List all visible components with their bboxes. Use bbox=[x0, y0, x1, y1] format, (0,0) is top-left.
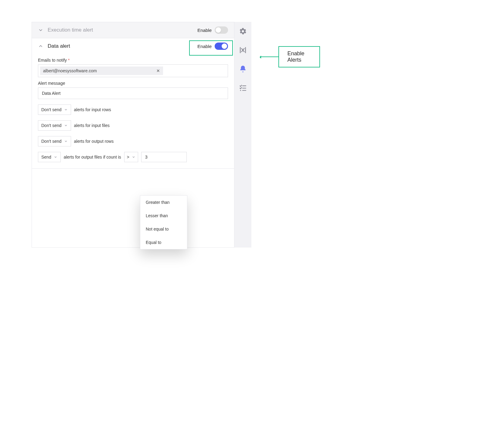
output-files-suffix: alerts for output files if count is bbox=[64, 155, 121, 159]
email-chip-text: albert@noesyssoftware.com bbox=[43, 68, 97, 73]
chevron-up-icon bbox=[38, 43, 43, 49]
input-rows-action-value: Don't send bbox=[41, 107, 62, 112]
alert-message-input[interactable]: Data Alert bbox=[38, 87, 228, 99]
output-files-action-select[interactable]: Send bbox=[38, 152, 61, 162]
alert-message-label: Alert message bbox=[38, 81, 65, 86]
input-rows-suffix: alerts for input rows bbox=[74, 107, 111, 112]
operator-option[interactable]: Not equal to bbox=[140, 222, 187, 236]
input-rows-action-select[interactable]: Don't send bbox=[38, 104, 71, 115]
input-files-action-select[interactable]: Don't send bbox=[38, 120, 71, 131]
data-alert-enable-label: Enable bbox=[197, 44, 212, 49]
right-icon-rail bbox=[234, 22, 251, 248]
annotation-callout: Enable Alerts bbox=[261, 46, 320, 67]
emails-label: Emails to notify bbox=[38, 58, 67, 63]
chevron-down-icon bbox=[64, 139, 68, 143]
output-files-operator-select[interactable]: > bbox=[124, 152, 138, 162]
annotation-arrow bbox=[261, 57, 278, 57]
email-chip: albert@noesyssoftware.com ✕ bbox=[40, 67, 163, 75]
alerts-panel: Execution time alert Enable Data alert E… bbox=[32, 22, 234, 248]
execution-time-alert-header[interactable]: Execution time alert Enable bbox=[32, 22, 234, 38]
output-files-action-value: Send bbox=[41, 155, 51, 159]
annotation-box: Enable Alerts bbox=[278, 46, 320, 67]
chevron-down-icon bbox=[54, 155, 57, 159]
operator-option[interactable]: Lesser than bbox=[140, 209, 187, 222]
execution-time-enable-label: Enable bbox=[197, 28, 212, 33]
chevron-down-icon bbox=[64, 108, 68, 111]
gear-icon[interactable] bbox=[239, 27, 247, 35]
chevron-down-icon bbox=[38, 27, 43, 33]
svg-point-6 bbox=[240, 90, 241, 91]
data-alert-title: Data alert bbox=[48, 43, 70, 49]
remove-chip-icon[interactable]: ✕ bbox=[156, 68, 160, 73]
output-rows-suffix: alerts for output rows bbox=[74, 139, 114, 144]
operator-dropdown: Greater than Lesser than Not equal to Eq… bbox=[140, 195, 187, 249]
operator-option[interactable]: Equal to bbox=[140, 236, 187, 249]
execution-time-enable-toggle[interactable] bbox=[215, 26, 228, 34]
chevron-down-icon bbox=[64, 124, 68, 127]
bell-icon[interactable] bbox=[239, 65, 247, 73]
absolute-x-icon[interactable] bbox=[239, 46, 247, 54]
checklist-icon[interactable] bbox=[239, 84, 247, 92]
input-files-suffix: alerts for input files bbox=[74, 123, 110, 128]
output-files-operator-value: > bbox=[127, 155, 129, 159]
chevron-down-icon bbox=[132, 155, 135, 159]
panel-empty-area bbox=[32, 168, 234, 247]
data-alert-header[interactable]: Data alert Enable bbox=[32, 38, 234, 54]
execution-time-alert-title: Execution time alert bbox=[48, 27, 93, 33]
output-rows-action-value: Don't send bbox=[41, 139, 62, 144]
output-files-count-input[interactable]: 3 bbox=[141, 152, 187, 162]
output-rows-action-select[interactable]: Don't send bbox=[38, 136, 71, 146]
data-alert-enable-toggle[interactable] bbox=[215, 43, 228, 50]
operator-option[interactable]: Greater than bbox=[140, 196, 187, 209]
input-files-action-value: Don't send bbox=[41, 123, 62, 128]
required-mark: * bbox=[68, 58, 70, 63]
emails-input[interactable]: albert@noesyssoftware.com ✕ bbox=[38, 64, 228, 77]
